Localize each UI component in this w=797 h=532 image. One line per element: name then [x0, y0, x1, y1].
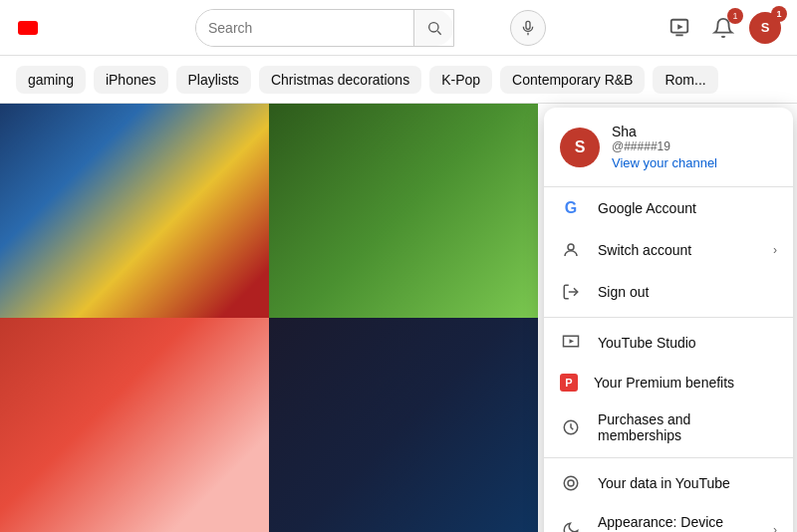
svg-point-13	[568, 480, 574, 486]
create-button[interactable]	[662, 10, 697, 46]
create-icon	[668, 17, 690, 39]
studio-icon	[560, 332, 582, 354]
chip-playlists[interactable]: Playlists	[176, 66, 251, 94]
chip-christmas[interactable]: Christmas decorations	[259, 66, 421, 94]
menu-purchases[interactable]: Purchases and memberships	[544, 401, 793, 453]
video-grid	[0, 104, 538, 532]
menu-premium[interactable]: P Your Premium benefits	[544, 364, 793, 401]
person-icon	[560, 239, 582, 261]
google-account-label: Google Account	[598, 200, 777, 216]
svg-marker-6	[677, 24, 683, 29]
notifications-button[interactable]: 1	[705, 10, 741, 46]
svg-point-12	[564, 476, 578, 490]
video-thumb-3[interactable]	[0, 318, 269, 532]
divider-1	[544, 317, 793, 318]
svg-rect-0	[18, 21, 38, 35]
purchases-icon	[560, 416, 582, 438]
view-channel-link[interactable]: View your channel	[612, 155, 717, 170]
svg-point-8	[568, 244, 574, 250]
signout-icon	[560, 281, 582, 303]
purchases-label: Purchases and memberships	[598, 411, 777, 443]
search-icon	[426, 20, 442, 36]
header: YouTube 1 S 1	[0, 0, 797, 56]
menu-switch-account[interactable]: Switch account ›	[544, 229, 793, 271]
svg-point-1	[428, 22, 437, 31]
chip-rom[interactable]: Rom...	[653, 66, 717, 94]
dropdown-user-info: Sha @#####19 View your channel	[612, 124, 717, 170]
chip-bar: gaming iPhones Playlists Christmas decor…	[0, 56, 797, 104]
main-content: S Sha @#####19 View your channel G Googl…	[0, 104, 797, 532]
premium-icon: P	[560, 374, 578, 392]
svg-line-2	[437, 31, 440, 34]
menu-sign-out[interactable]: Sign out	[544, 271, 793, 313]
dropdown-username: Sha	[612, 124, 717, 139]
arrow-icon: ›	[773, 243, 777, 257]
menu-google-account[interactable]: G Google Account	[544, 187, 793, 229]
dropdown-handle: @#####19	[612, 139, 717, 153]
video-thumb-2[interactable]	[269, 104, 538, 318]
avatar-badge: 1	[771, 6, 787, 22]
menu-youtube-studio[interactable]: YouTube Studio	[544, 322, 793, 364]
notification-badge: 1	[727, 8, 743, 24]
chip-contemp[interactable]: Contemporary R&B	[500, 66, 645, 94]
avatar-wrapper: S 1	[749, 12, 781, 44]
logo[interactable]: YouTube	[16, 16, 40, 40]
divider-2	[544, 457, 793, 458]
appearance-label: Appearance: Device theme	[598, 514, 757, 532]
svg-marker-10	[570, 339, 575, 344]
premium-label: Your Premium benefits	[594, 375, 777, 391]
dropdown-header: S Sha @#####19 View your channel	[544, 108, 793, 187]
header-right: 1 S 1	[662, 10, 781, 46]
dropdown-avatar: S	[560, 128, 600, 167]
data-icon	[560, 472, 582, 494]
switch-account-label: Switch account	[598, 242, 757, 258]
account-dropdown: S Sha @#####19 View your channel G Googl…	[544, 108, 793, 532]
appearance-icon	[560, 519, 582, 532]
svg-rect-3	[526, 21, 530, 29]
chip-kpop[interactable]: K-Pop	[429, 66, 492, 94]
mic-icon	[520, 20, 536, 36]
search-bar	[195, 9, 454, 47]
your-data-label: Your data in YouTube	[598, 475, 777, 491]
search-input[interactable]	[196, 10, 413, 46]
sign-out-label: Sign out	[598, 284, 777, 300]
search-button[interactable]	[413, 10, 453, 46]
appearance-arrow: ›	[773, 523, 777, 532]
avatar-letter: S	[761, 20, 770, 35]
mic-button[interactable]	[510, 10, 546, 46]
video-thumb-1[interactable]	[0, 104, 269, 318]
youtube-studio-label: YouTube Studio	[598, 335, 777, 351]
chip-iphones[interactable]: iPhones	[94, 66, 168, 94]
chip-gaming[interactable]: gaming	[16, 66, 86, 94]
google-icon: G	[560, 197, 582, 219]
dropdown-items: G Google Account Switch account › Sign o…	[544, 187, 793, 532]
video-thumb-4[interactable]	[269, 318, 538, 532]
menu-appearance[interactable]: Appearance: Device theme ›	[544, 504, 793, 532]
menu-your-data[interactable]: Your data in YouTube	[544, 462, 793, 504]
